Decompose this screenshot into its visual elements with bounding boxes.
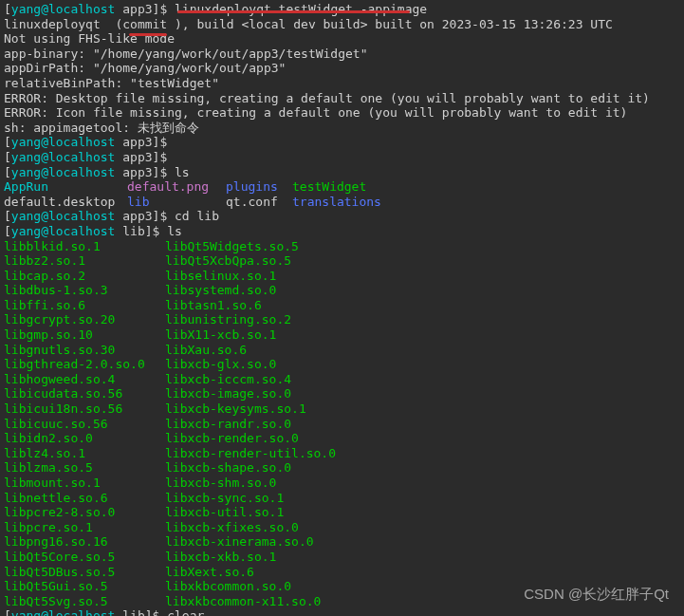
ls-output-row: libmount.so.1libxcb-shm.so.0 [4,476,680,491]
lib-file: libxcb-render.so.0 [165,431,299,446]
lib-file: libQt5XcbQpa.so.5 [165,253,291,269]
lib-file: libQt5Widgets.so.5 [165,239,299,254]
lib-file: liblz4.so.1 [4,446,165,461]
lib-file: libxcb-icccm.so.4 [165,372,291,387]
output-line: app-binary: "/home/yang/work/out/app3/te… [4,47,680,62]
watermark: CSDN @长沙红胖子Qt [524,586,669,603]
lib-file: libpcre2-8.so.0 [4,505,165,520]
lib-file: libxcb-image.so.0 [165,386,291,401]
prompt-line: [yang@localhost app3]$ [4,135,680,150]
lib-file: libicuuc.so.56 [4,417,165,432]
lib-file: libgmp.so.10 [4,327,165,343]
lib-file: libidn2.so.0 [4,431,165,446]
lib-file: libxcb-glx.so.0 [165,357,276,372]
lib-file: libxcb-sync.so.1 [165,491,284,506]
prompt-line: [yang@localhost lib]$ clear [4,608,680,616]
lib-file: libhogweed.so.4 [4,372,165,387]
lib-file: libblkid.so.1 [4,239,165,254]
output-line: Not using FHS-like mode [4,31,680,47]
lib-file: libQt5Gui.so.5 [4,579,165,594]
ls-output-row: libdbus-1.so.3libsystemd.so.0 [4,283,680,298]
lib-file: libgnutls.so.30 [4,343,165,358]
lib-file: libcap.so.2 [4,269,165,284]
prompt-line: [yang@localhost app3]$ linuxdeployqt tes… [4,2,680,17]
lib-file: libsystemd.so.0 [165,283,276,298]
ls-output-row: libQt5DBus.so.5libXext.so.6 [4,565,680,580]
lib-file: libgcrypt.so.20 [4,312,165,327]
prompt-line: [yang@localhost lib]$ ls [4,224,680,239]
ls-output-row: libpcre2-8.so.0libxcb-util.so.1 [4,505,680,520]
lib-file: libXau.so.6 [165,343,247,358]
lib-file: libselinux.so.1 [165,269,276,284]
ls-output-row: libicui18n.so.56libxcb-keysyms.so.1 [4,401,680,417]
lib-file: libxcb-randr.so.0 [165,417,291,432]
ls-output-row: libgthread-2.0.so.0libxcb-glx.so.0 [4,357,680,372]
lib-file: libxcb-xfixes.so.0 [165,520,299,535]
lib-file: libxkbcommon-x11.so.0 [165,594,321,609]
output-line: ERROR: Icon file missing, creating a def… [4,105,680,121]
lib-file: libffi.so.6 [4,298,165,313]
ls-output-row: libnettle.so.6libxcb-sync.so.1 [4,491,680,506]
lib-file: libxcb-xinerama.so.0 [165,534,314,550]
lib-file: libxcb-keysyms.so.1 [165,401,306,417]
ls-lib-output: libblkid.so.1libQt5Widgets.so.5libbz2.so… [4,239,680,609]
ls-output-row: AppRundefault.pngpluginstestWidget [4,179,680,195]
lib-file: libgthread-2.0.so.0 [4,357,165,372]
lib-file: libpng16.so.16 [4,534,165,550]
lib-file: libxkbcommon.so.0 [165,579,291,594]
ls-output-row: libblkid.so.1libQt5Widgets.so.5 [4,239,680,254]
ls-output-row: liblz4.so.1libxcb-render-util.so.0 [4,446,680,461]
output-line: relativeBinPath: "testWidget" [4,76,680,91]
ls-output-row: libpcre.so.1libxcb-xfixes.so.0 [4,520,680,535]
lib-file: libQt5DBus.so.5 [4,565,165,580]
output-line: linuxdeployqt (commit ), build <local de… [4,17,680,32]
lib-file: libxcb-xkb.so.1 [165,550,276,565]
ls-output-row: libgcrypt.so.20libunistring.so.2 [4,312,680,327]
lib-file: libnettle.so.6 [4,491,165,506]
lib-file: libQt5Svg.so.5 [4,594,165,609]
output-line: appDirPath: "/home/yang/work/out/app3" [4,61,680,76]
lib-file: libQt5Core.so.5 [4,550,165,565]
prompt-line: [yang@localhost app3]$ cd lib [4,209,680,224]
prompt-line: [yang@localhost app3]$ [4,150,680,165]
ls-output-row: libpng16.so.16libxcb-xinerama.so.0 [4,534,680,550]
lib-file: libdbus-1.so.3 [4,283,165,298]
lib-file: libXext.so.6 [165,565,254,580]
ls-output-row: libidn2.so.0libxcb-render.so.0 [4,431,680,446]
ls-output-row: libbz2.so.1libQt5XcbQpa.so.5 [4,253,680,269]
lib-file: libicui18n.so.56 [4,401,165,417]
terminal-content[interactable]: [yang@localhost app3]$ linuxdeployqt tes… [4,2,680,616]
lib-file: libunistring.so.2 [165,312,291,327]
output-line: sh: appimagetool: 未找到命令 [4,121,680,136]
lib-file: liblzma.so.5 [4,460,165,476]
ls-output-row: libhogweed.so.4libxcb-icccm.so.4 [4,372,680,387]
lib-file: libbz2.so.1 [4,253,165,269]
lib-file: libxcb-render-util.so.0 [165,446,336,461]
ls-output-row: default.desktoplibqt.conftranslations [4,195,680,210]
lib-file: libxcb-shape.so.0 [165,460,291,476]
output-line: ERROR: Desktop file missing, creating a … [4,91,680,106]
annotation-underline [177,10,410,13]
lib-file: libicudata.so.56 [4,386,165,401]
lib-file: libpcre.so.1 [4,520,165,535]
prompt-line: [yang@localhost app3]$ ls [4,165,680,180]
lib-file: libmount.so.1 [4,476,165,491]
lib-file: libX11-xcb.so.1 [165,327,276,343]
ls-output-row: libgmp.so.10libX11-xcb.so.1 [4,327,680,343]
annotation-underline [129,33,167,36]
ls-output-row: libicudata.so.56libxcb-image.so.0 [4,386,680,401]
lib-file: libtasn1.so.6 [165,298,262,313]
ls-output-row: libcap.so.2libselinux.so.1 [4,269,680,284]
ls-output-row: libicuuc.so.56libxcb-randr.so.0 [4,417,680,432]
ls-output-row: liblzma.so.5libxcb-shape.so.0 [4,460,680,476]
lib-file: libxcb-shm.so.0 [165,476,276,491]
lib-file: libxcb-util.so.1 [165,505,284,520]
ls-output-row: libgnutls.so.30libXau.so.6 [4,343,680,358]
ls-output-row: libffi.so.6libtasn1.so.6 [4,298,680,313]
ls-output-row: libQt5Core.so.5libxcb-xkb.so.1 [4,550,680,565]
